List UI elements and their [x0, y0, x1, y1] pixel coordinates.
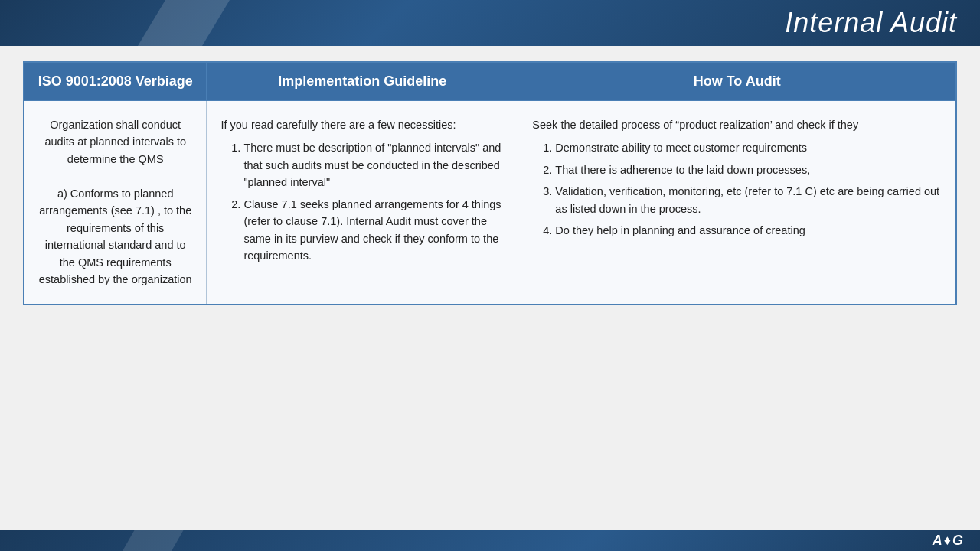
- footer-logo: A♦G: [933, 533, 965, 549]
- cell-audit: Seek the detailed process of “product re…: [518, 101, 956, 305]
- page-title: Internal Audit: [785, 7, 957, 39]
- main-content: ISO 9001:2008 Verbiage Implementation Gu…: [0, 46, 980, 321]
- guideline-item-1: There must be description of "planned in…: [243, 139, 504, 191]
- audit-item-4: Do they help in planning and assurance o…: [555, 222, 942, 239]
- audit-table: ISO 9001:2008 Verbiage Implementation Gu…: [23, 61, 957, 305]
- audit-item-1: Demonstrate ability to meet customer req…: [555, 139, 942, 156]
- table-header-row: ISO 9001:2008 Verbiage Implementation Gu…: [24, 62, 956, 101]
- page-footer: A♦G: [0, 530, 980, 551]
- col-header-verbiage: ISO 9001:2008 Verbiage: [24, 62, 207, 101]
- page-header: Internal Audit: [0, 0, 980, 46]
- col-header-audit: How To Audit: [518, 62, 956, 101]
- table-row: Organization shall conduct audits at pla…: [24, 101, 956, 305]
- cell-verbiage: Organization shall conduct audits at pla…: [24, 101, 207, 305]
- audit-list: Demonstrate ability to meet customer req…: [532, 139, 942, 239]
- cell-guideline: If you read carefully there are a few ne…: [207, 101, 518, 305]
- guideline-intro: If you read carefully there are a few ne…: [220, 119, 456, 131]
- col-header-guideline: Implementation Guideline: [207, 62, 518, 101]
- audit-item-2: That there is adherence to the laid down…: [555, 161, 942, 178]
- verbiage-text: Organization shall conduct audits at pla…: [39, 119, 192, 285]
- audit-intro: Seek the detailed process of “product re…: [532, 119, 858, 131]
- guideline-item-2: Clause 7.1 seeks planned arrangements fo…: [243, 196, 504, 265]
- audit-item-3: Validation, verification, monitoring, et…: [555, 183, 942, 217]
- guideline-list: There must be description of "planned in…: [220, 139, 504, 264]
